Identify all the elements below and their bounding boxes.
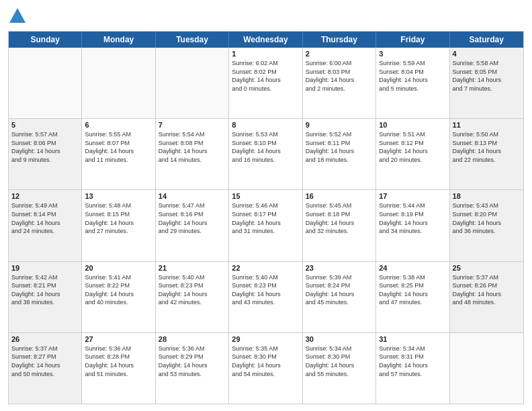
cell-line: Daylight: 14 hours — [232, 76, 299, 85]
cell-line: and 45 minutes. — [306, 298, 373, 307]
calendar-cell-6: 6Sunrise: 5:55 AMSunset: 8:07 PMDaylight… — [82, 119, 155, 189]
cell-line: Sunset: 8:06 PM — [11, 139, 79, 148]
cell-line: Sunrise: 5:37 AM — [453, 273, 521, 282]
day-number: 2 — [306, 50, 373, 58]
calendar-cell-15: 15Sunrise: 5:46 AMSunset: 8:17 PMDayligh… — [229, 190, 302, 261]
cell-line: Sunrise: 6:02 AM — [232, 59, 299, 68]
cell-line: Daylight: 14 hours — [379, 76, 446, 85]
cell-line: Daylight: 14 hours — [306, 290, 373, 299]
cell-line: Daylight: 14 hours — [159, 219, 226, 228]
day-number: 27 — [85, 335, 152, 343]
cell-line: Sunset: 8:31 PM — [379, 353, 446, 361]
cell-line: Sunset: 8:19 PM — [379, 210, 446, 219]
cell-line: and 29 minutes. — [159, 227, 226, 236]
cell-line: Sunset: 8:16 PM — [159, 210, 226, 219]
cell-line: and 9 minutes. — [11, 156, 79, 165]
cell-line: Sunrise: 5:44 AM — [379, 201, 446, 210]
calendar-cell-24: 24Sunrise: 5:38 AMSunset: 8:25 PMDayligh… — [376, 262, 449, 332]
cell-line: Daylight: 14 hours — [453, 219, 521, 228]
cell-line: and 34 minutes. — [379, 227, 446, 236]
cell-line: Sunset: 8:22 PM — [85, 281, 152, 290]
cell-line: Sunset: 8:14 PM — [11, 210, 79, 219]
day-number: 15 — [232, 192, 299, 200]
cell-line: and 7 minutes. — [453, 85, 521, 93]
calendar-week-5: 26Sunrise: 5:37 AMSunset: 8:27 PMDayligh… — [9, 332, 523, 404]
cell-line: Sunrise: 5:54 AM — [159, 130, 226, 139]
cell-line: Sunrise: 5:34 AM — [306, 345, 373, 353]
calendar-cell-8: 8Sunrise: 5:53 AMSunset: 8:10 PMDaylight… — [229, 119, 302, 189]
calendar-cell-31: 31Sunrise: 5:34 AMSunset: 8:31 PMDayligh… — [376, 333, 449, 404]
cell-line: Daylight: 14 hours — [453, 147, 521, 156]
cell-line: Daylight: 14 hours — [379, 219, 446, 228]
cell-line: Sunrise: 5:42 AM — [11, 273, 79, 282]
cell-line: Daylight: 14 hours — [379, 147, 446, 156]
cell-line: and 14 minutes. — [159, 156, 226, 165]
cell-line: Daylight: 14 hours — [11, 361, 79, 370]
day-number: 21 — [159, 264, 226, 272]
cell-line: Sunrise: 5:41 AM — [85, 273, 152, 282]
cell-line: and 55 minutes. — [306, 370, 373, 379]
day-number: 3 — [379, 50, 446, 58]
cell-line: and 20 minutes. — [379, 156, 446, 165]
cell-line: Daylight: 14 hours — [232, 219, 299, 228]
calendar-cell-empty — [9, 48, 82, 118]
cell-line: Sunrise: 5:43 AM — [453, 201, 521, 210]
day-number: 18 — [453, 192, 521, 200]
cell-line: Sunset: 8:08 PM — [159, 139, 226, 148]
calendar: SundayMondayTuesdayWednesdayThursdayFrid… — [8, 31, 524, 404]
cell-line: and 38 minutes. — [11, 298, 79, 307]
cell-line: Daylight: 14 hours — [11, 219, 79, 228]
cell-line: Sunset: 8:30 PM — [306, 353, 373, 361]
day-number: 4 — [453, 50, 521, 58]
calendar-cell-4: 4Sunrise: 5:58 AMSunset: 8:05 PMDaylight… — [450, 48, 523, 118]
cell-line: and 54 minutes. — [232, 370, 299, 379]
cell-line: Daylight: 14 hours — [85, 361, 152, 370]
day-number: 17 — [379, 192, 446, 200]
day-number: 24 — [379, 264, 446, 272]
cell-line: Daylight: 14 hours — [232, 290, 299, 299]
cell-line: Sunrise: 5:37 AM — [11, 345, 79, 353]
cell-line: Sunset: 8:21 PM — [11, 281, 79, 290]
cell-line: Daylight: 14 hours — [85, 147, 152, 156]
logo — [8, 7, 30, 26]
cell-line: and 53 minutes. — [159, 370, 226, 379]
calendar-cell-18: 18Sunrise: 5:43 AMSunset: 8:20 PMDayligh… — [450, 190, 523, 261]
calendar-header-tuesday: Tuesday — [156, 32, 229, 48]
cell-line: and 57 minutes. — [379, 370, 446, 379]
cell-line: and 0 minutes. — [232, 85, 299, 93]
cell-line: Sunrise: 5:50 AM — [453, 130, 521, 139]
calendar-cell-16: 16Sunrise: 5:45 AMSunset: 8:18 PMDayligh… — [303, 190, 376, 261]
calendar-header-sunday: Sunday — [9, 32, 82, 48]
calendar-cell-27: 27Sunrise: 5:36 AMSunset: 8:28 PMDayligh… — [82, 333, 155, 404]
cell-line: and 40 minutes. — [85, 298, 152, 307]
calendar-week-3: 12Sunrise: 5:49 AMSunset: 8:14 PMDayligh… — [9, 189, 523, 261]
cell-line: Sunset: 8:11 PM — [306, 139, 373, 148]
day-number: 14 — [159, 192, 226, 200]
calendar-header: SundayMondayTuesdayWednesdayThursdayFrid… — [9, 32, 523, 48]
calendar-header-monday: Monday — [82, 32, 155, 48]
cell-line: and 16 minutes. — [232, 156, 299, 165]
cell-line: Sunrise: 5:52 AM — [306, 130, 373, 139]
cell-line: and 31 minutes. — [232, 227, 299, 236]
cell-line: Sunset: 8:25 PM — [379, 281, 446, 290]
cell-line: Daylight: 14 hours — [379, 290, 446, 299]
cell-line: Sunset: 8:20 PM — [453, 210, 521, 219]
cell-line: and 48 minutes. — [453, 298, 521, 307]
calendar-cell-26: 26Sunrise: 5:37 AMSunset: 8:27 PMDayligh… — [9, 333, 82, 404]
day-number: 19 — [11, 264, 79, 272]
cell-line: Sunset: 8:27 PM — [11, 353, 79, 361]
cell-line: Sunset: 8:29 PM — [159, 353, 226, 361]
calendar-week-4: 19Sunrise: 5:42 AMSunset: 8:21 PMDayligh… — [9, 261, 523, 332]
calendar-cell-7: 7Sunrise: 5:54 AMSunset: 8:08 PMDaylight… — [156, 119, 229, 189]
day-number: 22 — [232, 264, 299, 272]
page: SundayMondayTuesdayWednesdayThursdayFrid… — [0, 0, 532, 411]
calendar-cell-1: 1Sunrise: 6:02 AMSunset: 8:02 PMDaylight… — [229, 48, 302, 118]
cell-line: and 22 minutes. — [453, 156, 521, 165]
cell-line: Daylight: 14 hours — [11, 147, 79, 156]
cell-line: Sunrise: 5:58 AM — [453, 59, 521, 68]
calendar-cell-5: 5Sunrise: 5:57 AMSunset: 8:06 PMDaylight… — [9, 119, 82, 189]
day-number: 16 — [306, 192, 373, 200]
cell-line: and 27 minutes. — [85, 227, 152, 236]
cell-line: Sunrise: 5:53 AM — [232, 130, 299, 139]
cell-line: Daylight: 14 hours — [159, 361, 226, 370]
